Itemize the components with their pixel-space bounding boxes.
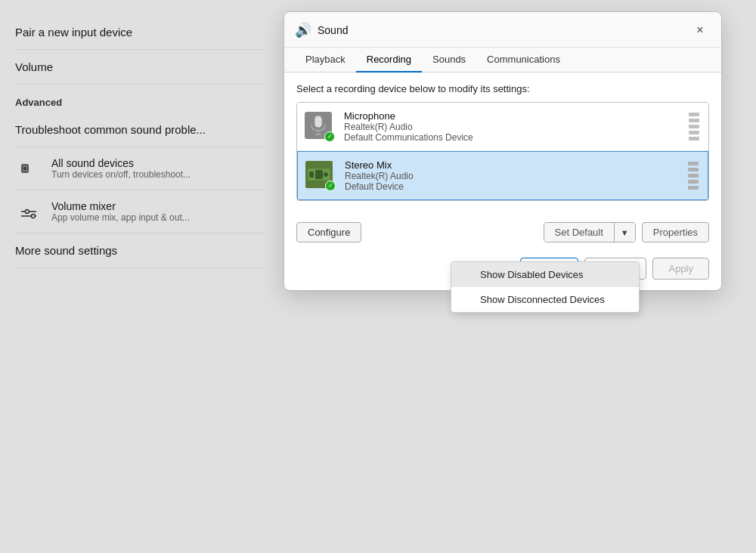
stereo-mix-name: Stereo Mix: [345, 159, 688, 171]
microphone-level-bars: [689, 113, 701, 141]
sound-dialog: 🔊 Sound × Playback Recording Sounds Comm…: [284, 11, 722, 291]
dialog-content: Select a recording device below to modif…: [284, 73, 721, 216]
device-item-microphone[interactable]: ✓ Microphone Realtek(R) Audio Default Co…: [297, 103, 708, 151]
set-default-wrap: Set Default ▼: [544, 222, 636, 243]
svg-point-16: [324, 172, 328, 177]
tab-communications[interactable]: Communications: [476, 48, 571, 73]
bottom-control-bar: Configure Set Default ▼ Properties: [284, 216, 721, 253]
dialog-title: Sound: [318, 24, 348, 36]
show-disconnected-label: Show Disconnected Devices: [480, 294, 605, 305]
title-left: 🔊 Sound: [295, 22, 348, 39]
sound-icon: 🔊: [295, 22, 311, 39]
microphone-info: Microphone Realtek(R) Audio Default Comm…: [344, 110, 689, 143]
stereo-mix-icon-wrap: ✓: [305, 161, 336, 191]
dialog-description: Select a recording device below to modif…: [296, 83, 709, 94]
stereo-mix-level-bars: [688, 162, 700, 190]
dialog-titlebar: 🔊 Sound ×: [284, 12, 721, 48]
tab-sounds[interactable]: Sounds: [422, 48, 476, 73]
dialog-tabs: Playback Recording Sounds Communications: [284, 48, 721, 73]
microphone-status: Default Communications Device: [344, 132, 689, 143]
show-disabled-label: Show Disabled Devices: [480, 269, 584, 280]
stereo-mix-driver: Realtek(R) Audio: [345, 171, 688, 181]
microphone-name: Microphone: [344, 110, 689, 122]
apply-button[interactable]: Apply: [652, 258, 709, 280]
svg-rect-15: [315, 170, 323, 179]
properties-button[interactable]: Properties: [642, 222, 709, 243]
device-item-stereo-mix[interactable]: ✓ Stereo Mix Realtek(R) Audio Default De…: [297, 151, 708, 200]
tab-playback[interactable]: Playback: [295, 48, 356, 73]
set-default-dropdown-button[interactable]: ▼: [614, 223, 635, 242]
close-button[interactable]: ×: [689, 20, 711, 41]
set-default-button[interactable]: Set Default: [544, 223, 614, 242]
context-menu: Show Disabled Devices Show Disconnected …: [451, 261, 640, 313]
configure-button[interactable]: Configure: [296, 222, 361, 243]
svg-rect-10: [314, 116, 322, 128]
check-disabled-icon: [463, 270, 474, 280]
svg-rect-14: [309, 171, 314, 178]
stereo-mix-status-badge: ✓: [325, 181, 336, 191]
check-disconnected-icon: [463, 295, 474, 305]
stereo-mix-info: Stereo Mix Realtek(R) Audio Default Devi…: [345, 159, 688, 192]
context-menu-show-disconnected[interactable]: Show Disconnected Devices: [451, 287, 639, 312]
stereo-mix-status: Default Device: [345, 181, 688, 192]
microphone-driver: Realtek(R) Audio: [344, 122, 689, 132]
device-list: ✓ Microphone Realtek(R) Audio Default Co…: [296, 102, 709, 201]
context-menu-show-disabled[interactable]: Show Disabled Devices: [451, 262, 639, 287]
tab-recording[interactable]: Recording: [356, 48, 422, 73]
microphone-icon-wrap: ✓: [305, 112, 335, 142]
microphone-status-badge: ✓: [324, 131, 335, 142]
